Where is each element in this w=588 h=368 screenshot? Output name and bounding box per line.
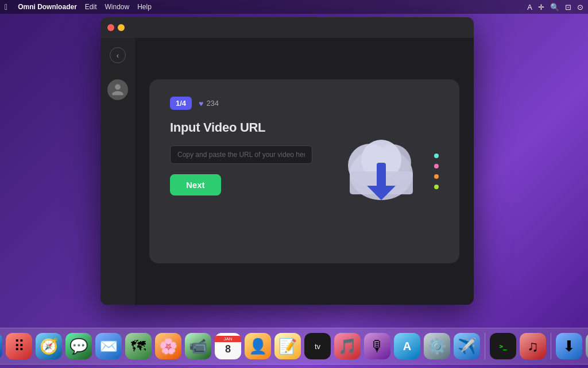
dock-maps[interactable]: 🗺 xyxy=(125,333,152,359)
dock-trash[interactable]: 🗑 xyxy=(586,333,588,359)
dock-facetime[interactable]: 📹 xyxy=(185,333,211,359)
dock-terminal[interactable]: >_ xyxy=(490,333,516,359)
apple-menu[interactable]:  xyxy=(5,2,7,12)
close-button[interactable] xyxy=(107,24,114,31)
menubar-left:  Omni Downloader Edit Window Help xyxy=(5,2,152,12)
dot-2 xyxy=(434,164,439,168)
user-avatar xyxy=(107,79,128,100)
dock-notes[interactable]: 📝 xyxy=(274,333,301,359)
menu-window[interactable]: Window xyxy=(105,3,130,11)
dock: 🗂 ⠿ 🧭 💬 ✉️ 🗺 🌸 📹 JAN 8 👤 📝 tv 🎵 🎙 A ⚙️ ✈… xyxy=(0,328,588,365)
dock-music[interactable]: 🎵 xyxy=(334,333,361,359)
dot-4 xyxy=(434,185,439,189)
dock-photos[interactable]: 🌸 xyxy=(155,333,181,359)
menubar-notification-icon[interactable]: ⊙ xyxy=(577,3,583,12)
dock-safari[interactable]: 🧭 xyxy=(36,333,62,359)
url-input[interactable] xyxy=(170,145,312,164)
card-left: 1/4 ♥ 234 Input Video URL Next xyxy=(170,97,312,246)
app-name: Omni Downloader xyxy=(18,3,77,11)
dock-contacts[interactable]: 👤 xyxy=(245,333,271,359)
user-icon xyxy=(111,83,125,97)
dock-separator xyxy=(485,333,485,359)
svg-rect-5 xyxy=(377,163,386,189)
dock-testflight[interactable]: ✈️ xyxy=(454,333,480,359)
menu-edit[interactable]: Edit xyxy=(85,3,97,11)
menubar-search-icon[interactable]: 🔍 xyxy=(550,3,559,12)
dot-3 xyxy=(434,174,439,179)
likes-counter: ♥ 234 xyxy=(199,99,219,108)
back-button[interactable]: ‹ xyxy=(110,47,126,63)
card-right xyxy=(324,97,439,246)
likes-count: 234 xyxy=(206,99,219,108)
page-badge: 1/4 xyxy=(170,97,192,110)
menubar-right: A ✛ 🔍 ⊡ ⊙ xyxy=(527,3,583,12)
menubar-control-center-icon[interactable]: ⊡ xyxy=(565,3,571,12)
dock-downloads[interactable]: ⬇ xyxy=(556,333,582,359)
card-header: 1/4 ♥ 234 xyxy=(170,97,312,110)
dock-podcasts[interactable]: 🎙 xyxy=(364,333,390,359)
dock-finder[interactable]: 🗂 xyxy=(0,333,2,359)
menubar:  Omni Downloader Edit Window Help A ✛ 🔍… xyxy=(0,0,588,14)
dock-separator-2 xyxy=(551,333,551,359)
window-content: ‹ 1/4 ♥ 234 Input Video U xyxy=(100,38,474,305)
dots-column xyxy=(434,154,439,189)
menu-help[interactable]: Help xyxy=(137,3,152,11)
app-window: ‹ 1/4 ♥ 234 Input Video U xyxy=(100,17,474,305)
card-title: Input Video URL xyxy=(170,120,312,135)
dock-mail[interactable]: ✉️ xyxy=(95,333,122,359)
menubar-a-icon: A xyxy=(527,3,532,12)
sidebar: ‹ xyxy=(100,38,135,305)
dock-appstore[interactable]: A xyxy=(394,333,420,359)
main-content: 1/4 ♥ 234 Input Video URL Next xyxy=(135,38,474,305)
minimize-button[interactable] xyxy=(118,24,125,31)
menubar-accessibility-icon: ✛ xyxy=(538,3,544,12)
dock-systemprefs[interactable]: ⚙️ xyxy=(424,333,450,359)
window-titlebar xyxy=(100,17,474,38)
card: 1/4 ♥ 234 Input Video URL Next xyxy=(149,79,459,263)
dot-1 xyxy=(434,154,439,158)
next-button[interactable]: Next xyxy=(170,174,221,195)
cloud-download-illustration xyxy=(338,125,424,217)
dock-launchpad[interactable]: ⠿ xyxy=(6,333,32,359)
dock-calendar[interactable]: JAN 8 xyxy=(215,333,241,359)
dock-scrobbles[interactable]: ♫ xyxy=(520,333,546,359)
heart-icon: ♥ xyxy=(199,99,203,108)
dock-messages[interactable]: 💬 xyxy=(65,333,92,359)
dock-appletv[interactable]: tv xyxy=(304,333,331,359)
